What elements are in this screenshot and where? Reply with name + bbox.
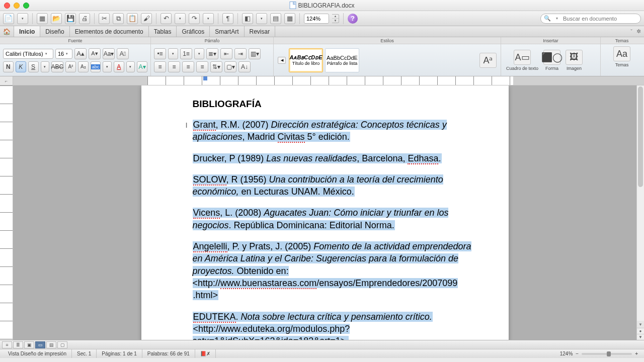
undo-dropdown[interactable]: ▾ [175,13,186,24]
underline-button[interactable]: S [28,61,39,72]
font-size-select[interactable]: 16▾ [55,49,72,59]
zoom-slider[interactable] [582,353,632,355]
tab-revisar[interactable]: Revisar [245,26,276,37]
view-focus-button[interactable]: ▢ [57,341,67,348]
insert-textbox-button[interactable]: A▭ Cuadro de texto [506,50,538,71]
tab-diseno[interactable]: Diseño [40,26,69,37]
close-window-button[interactable] [4,3,10,9]
columns-button[interactable]: ▥▾ [249,48,261,59]
styles-scroll-left[interactable]: ◀ [278,57,287,64]
superscript-button[interactable]: A² [65,61,76,72]
redo-dropdown[interactable]: ▾ [203,13,214,24]
font-name-select[interactable]: Calibri (Títulos)▾ [3,49,53,59]
numbering-dropdown[interactable]: ▾ [194,48,204,59]
copy-button[interactable]: ⧉ [113,13,124,24]
print-button[interactable]: 🖨 [79,13,90,24]
search-dropdown[interactable]: ▾ [553,16,561,21]
zoom-in-button[interactable]: + [635,351,638,356]
view-outline-button[interactable]: ≣ [13,341,23,348]
horizontal-ruler[interactable] [13,76,644,85]
open-button[interactable]: 📂 [51,13,62,24]
zoom-stepper[interactable]: ▲▼ [332,14,339,23]
zoom-window-button[interactable] [23,3,29,9]
sort-button[interactable]: A↓ [238,61,251,72]
next-page-button[interactable]: ▼ [637,334,644,340]
align-left-button[interactable]: ≡ [154,61,166,72]
decrease-indent-button[interactable]: ⇤ [220,48,232,59]
highlight-button[interactable]: abc [91,61,101,72]
scrollbar-thumb[interactable] [638,86,643,187]
insert-shape-button[interactable]: ⬛◯ Forma [543,50,560,71]
align-justify-button[interactable]: ≡ [196,61,208,72]
strikethrough-button[interactable]: ABC [51,61,63,72]
themes-button[interactable]: Aa Temas [613,46,630,67]
home-icon-tab[interactable]: 🏠 [0,26,14,37]
text-effects-button[interactable]: A▾ [137,61,147,72]
increase-indent-button[interactable]: ⇥ [234,48,247,59]
highlight-dropdown[interactable]: ▾ [103,61,111,72]
template-gallery-button[interactable]: ▦ [37,13,48,24]
cut-button[interactable]: ✂ [99,13,110,24]
shrink-font-button[interactable]: A▾ [89,48,101,59]
status-zoom-value[interactable]: 124% [560,351,573,356]
insert-image-button[interactable]: 🖼 Imagen [566,50,583,71]
bullets-button[interactable]: •≡ [154,48,166,59]
style-titulo-de-libro[interactable]: AᴀBʙCᴄDᴅE Título de libro [289,48,323,72]
toolbox-button[interactable]: ▤ [270,13,281,24]
show-formatting-button[interactable]: ¶ [222,13,233,24]
status-spellcheck-icon[interactable]: 📕✗ [195,349,216,358]
zoom-out-button[interactable]: − [576,351,579,356]
grow-font-button[interactable]: A▴ [74,48,87,59]
tab-tablas[interactable]: Tablas [149,26,177,37]
tab-smartart[interactable]: SmartArt [210,26,244,37]
vertical-ruler[interactable] [0,85,13,340]
vertical-scrollbar[interactable]: ▼ ● ▼ [636,85,644,340]
media-browser-button[interactable]: ▦ [284,13,295,24]
bold-button[interactable]: N [3,61,14,72]
clear-formatting-button[interactable]: A⃠ [117,48,129,59]
status-pages[interactable]: Páginas: 1 de 1 [97,349,142,358]
sidebar-button[interactable]: ◧ [242,13,253,24]
ribbon-collapse-button[interactable]: ˇ [630,29,632,35]
view-publishing-button[interactable]: ▣ [24,341,34,348]
sidebar-dropdown[interactable]: ▾ [256,13,267,24]
change-case-button[interactable]: Aa▾ [103,48,115,59]
document-page[interactable]: BIBLIOGRAFÍA I Grant, R.M. (2007) Direcc… [141,85,509,340]
numbering-button[interactable]: 1≡ [180,48,192,59]
paste-button[interactable]: 📋 [127,13,138,24]
status-words[interactable]: Palabras: 66 de 91 [142,349,195,358]
font-color-button[interactable]: A [114,61,124,72]
redo-button[interactable]: ↷ [189,13,200,24]
view-notebook-button[interactable]: ▤ [46,341,56,348]
italic-button[interactable]: K [16,61,26,72]
minimize-window-button[interactable] [14,3,20,9]
subscript-button[interactable]: A₂ [78,61,89,72]
save-button[interactable]: 💾 [65,13,76,24]
search-field[interactable]: 🔍 ▾ [540,14,641,24]
tab-elementos-documento[interactable]: Elementos de documento [70,26,149,37]
browse-object-button[interactable]: ● [637,328,644,334]
search-input[interactable] [563,16,637,22]
indent-marker-icon[interactable] [203,76,207,80]
underline-dropdown[interactable]: ▾ [41,61,49,72]
view-draft-button[interactable]: ≡ [2,341,12,348]
ribbon-settings-icon[interactable]: ✲ [636,28,641,35]
scroll-down-arrow[interactable]: ▼ [637,321,644,328]
page-viewport[interactable]: BIBLIOGRAFÍA I Grant, R.M. (2007) Direcc… [13,85,636,340]
align-center-button[interactable]: ≡ [168,61,180,72]
ruler-corner[interactable]: ⌐ [0,76,13,85]
line-spacing-button[interactable]: ⇅▾ [210,61,222,72]
tab-inicio[interactable]: Inicio [14,26,40,37]
format-painter-button[interactable]: 🖌 [141,13,152,24]
multilevel-list-button[interactable]: ≣▾ [206,48,218,59]
styles-pane-button[interactable]: Aᵃ [479,53,497,68]
tab-graficos[interactable]: Gráficos [177,26,210,37]
font-color-dropdown[interactable]: ▾ [126,61,135,72]
align-right-button[interactable]: ≡ [182,61,194,72]
new-document-button[interactable]: 📄 [3,13,14,24]
status-section[interactable]: Sec. 1 [72,349,97,358]
bullets-dropdown[interactable]: ▾ [168,48,178,59]
new-dropdown[interactable]: ▾ [17,13,28,24]
undo-button[interactable]: ↶ [160,13,172,24]
help-button[interactable]: ? [348,14,358,24]
